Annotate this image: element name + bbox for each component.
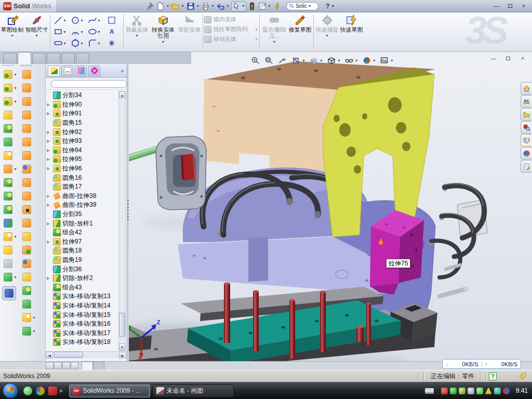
doc-close-button[interactable]: × xyxy=(518,55,527,62)
view-tool-button[interactable]: ▼ xyxy=(327,56,341,65)
surface-sweep-button[interactable]: ▼ xyxy=(22,70,31,79)
help-dropdown-icon[interactable]: ▼ xyxy=(331,4,335,8)
draft-button[interactable]: ▼ xyxy=(4,138,12,147)
feature-tree-item[interactable]: ▶ 切除-放样1 xyxy=(46,219,119,228)
trim-entities-button[interactable]: 剪裁实体▼ xyxy=(125,12,149,51)
tab-dimxpert-manager[interactable] xyxy=(88,65,100,76)
tree-horizontal-scrollbar[interactable]: ◀ ▶ xyxy=(46,351,126,358)
help-button[interactable]: ? xyxy=(326,3,329,10)
surface-mid-button[interactable]: ▼ xyxy=(22,124,31,133)
surface-planar-button[interactable]: ▼ xyxy=(22,151,31,160)
sketch-tool-button[interactable]: ▼ xyxy=(103,15,120,26)
task-pane-tab[interactable] xyxy=(521,121,531,134)
insert-surface-button[interactable]: ▼ xyxy=(22,313,36,322)
view-tool-button[interactable]: ▼ xyxy=(251,56,261,65)
expand-arrow-icon[interactable]: ▶ xyxy=(47,102,51,107)
sketch-tool-button[interactable]: ▼ xyxy=(51,26,69,37)
tree-filter-input[interactable] xyxy=(51,80,127,88)
dropdown-arrow-icon[interactable]: ▼ xyxy=(226,4,230,8)
feature-tree-item[interactable]: ▶ 拉伸96 xyxy=(46,164,119,174)
mirror-entities-button[interactable]: 镜向实体 xyxy=(204,16,258,23)
expand-arrow-icon[interactable]: ▶ xyxy=(47,130,51,135)
feature-tree-item[interactable]: ▶ 实体-移动/复制18 xyxy=(46,338,119,347)
sketch-tool-button[interactable]: ▼ xyxy=(69,37,86,49)
surface-replace-button[interactable]: ▼ xyxy=(22,259,31,268)
quick-launch-icon[interactable] xyxy=(48,387,57,395)
doc-nav-button[interactable] xyxy=(62,362,70,369)
move-entities-button[interactable]: 移动实体▼ xyxy=(204,35,258,43)
smart-dimension-button[interactable]: 智能尺寸▼ xyxy=(24,12,49,51)
view-tool-button[interactable]: ▼ xyxy=(264,56,274,65)
offset-entities-button[interactable]: 等距实体 xyxy=(177,12,202,51)
repair-sketch-button[interactable]: 修复草图 xyxy=(288,12,312,51)
helix-spiral-button[interactable]: ▼ xyxy=(4,273,17,282)
quick-toolbar-button[interactable]: ▼ xyxy=(231,1,246,11)
feature-tree-item[interactable]: ▶ 圆角17 xyxy=(46,182,119,192)
menu-item[interactable] xyxy=(115,0,126,12)
quick-toolbar-button[interactable]: ▼ xyxy=(201,2,215,11)
menu-item[interactable] xyxy=(63,0,74,12)
measure-tool-button[interactable] xyxy=(2,286,16,300)
feature-tree-item[interactable]: ▶ 圆角18 xyxy=(46,246,119,256)
surface-flatten-button[interactable]: ▼ xyxy=(22,165,31,174)
dropdown-arrow-icon[interactable]: ▼ xyxy=(268,4,271,8)
feature-tree-item[interactable]: ▶ 实体-移动/复制16 xyxy=(46,320,119,329)
horizontal-scroll-thumb[interactable] xyxy=(54,352,83,358)
feature-tree-item[interactable]: ▶ 圆角15 xyxy=(46,118,119,128)
dome-button[interactable]: ▼ xyxy=(22,286,31,295)
feature-tree-item[interactable]: ▶ 拉伸90 xyxy=(46,100,119,110)
spiral-curve-button[interactable]: ▼ xyxy=(22,327,36,336)
doc-nav-button[interactable] xyxy=(71,362,78,369)
dropdown-arrow-icon[interactable]: ▼ xyxy=(242,4,245,8)
quick-toolbar-button[interactable]: ▼ xyxy=(156,2,170,11)
sketch-tool-button[interactable]: ▼ xyxy=(103,37,120,49)
task-pane-tab[interactable] xyxy=(521,147,531,159)
menu-item[interactable] xyxy=(84,0,95,12)
menu-item[interactable] xyxy=(95,0,105,12)
dropdown-arrow-icon[interactable]: ▼ xyxy=(211,4,215,8)
search-dropdown-icon[interactable]: ▼ xyxy=(308,4,312,8)
quick-toolbar-button[interactable]: ▼ xyxy=(145,2,155,11)
tray-icon[interactable] xyxy=(468,388,474,394)
sketch-tool-button[interactable]: ▼ xyxy=(51,37,69,49)
ribbon-tab[interactable] xyxy=(32,53,46,64)
feature-tree-item[interactable]: ▶ 实体-移动/复制15 xyxy=(46,310,119,320)
feature-tree-item[interactable]: ▶ 拉伸91 xyxy=(46,109,119,118)
quick-toolbar-button[interactable]: ▼ xyxy=(216,2,230,11)
tray-icon[interactable] xyxy=(459,388,466,394)
fillet-button[interactable]: ▼ xyxy=(4,97,17,106)
task-pane-tab[interactable] xyxy=(521,160,531,172)
delete-face-button[interactable]: ▼ xyxy=(22,205,31,214)
feature-tree-item[interactable]: ▶ 实体-移动/复制13 xyxy=(46,292,119,301)
rapid-sketch-button[interactable]: 快速草图 xyxy=(339,12,364,51)
combine-bodies-button[interactable]: ▼ xyxy=(4,192,12,201)
feature-tree-item[interactable]: ▶ 组合43 xyxy=(46,283,119,292)
doc-nav-button[interactable] xyxy=(46,362,54,369)
expand-arrow-icon[interactable]: ▶ xyxy=(47,139,51,143)
task-pane-tab[interactable] xyxy=(521,95,531,108)
sketch-tool-button[interactable]: ▼ xyxy=(69,26,86,37)
sketch-tool-button[interactable]: ▼ xyxy=(86,37,103,49)
tab-feature-manager[interactable] xyxy=(48,65,60,76)
taskbar-clock[interactable]: 9:41 xyxy=(516,387,528,394)
surface-knit-button[interactable]: ▼ xyxy=(22,219,31,228)
tree-vertical-scrollbar[interactable]: ▲ ▼ xyxy=(118,91,126,351)
menu-item[interactable] xyxy=(74,0,84,12)
quick-launch-icon[interactable] xyxy=(23,387,32,395)
toolbar-grip[interactable] xyxy=(21,65,32,67)
keyboard-layout-icon[interactable] xyxy=(425,388,434,394)
manager-tabs-overflow[interactable]: » xyxy=(121,68,124,74)
split-feature-button[interactable]: ▼ xyxy=(4,246,12,255)
tray-icon[interactable] xyxy=(476,388,483,394)
expand-arrow-icon[interactable]: ▶ xyxy=(47,111,51,116)
scroll-left-button[interactable]: ◀ xyxy=(46,352,53,358)
feature-tree-item[interactable]: ▶ 分割34 xyxy=(46,91,119,100)
graphics-viewport[interactable]: X Y Z ▼▼▼▼▼▼▼▼▼ — × 拉伸75 xyxy=(127,52,532,361)
move-copy-body-button[interactable]: ▼ xyxy=(4,219,12,228)
quick-toolbar-button[interactable]: ▼ xyxy=(273,2,282,11)
ribbon-tab[interactable] xyxy=(3,53,17,64)
surface-ruled-button[interactable]: ▼ xyxy=(22,273,31,282)
vertical-scroll-thumb[interactable] xyxy=(119,313,125,337)
rib-button[interactable]: ▼ xyxy=(4,178,12,187)
ribbon-tab[interactable] xyxy=(76,53,89,64)
